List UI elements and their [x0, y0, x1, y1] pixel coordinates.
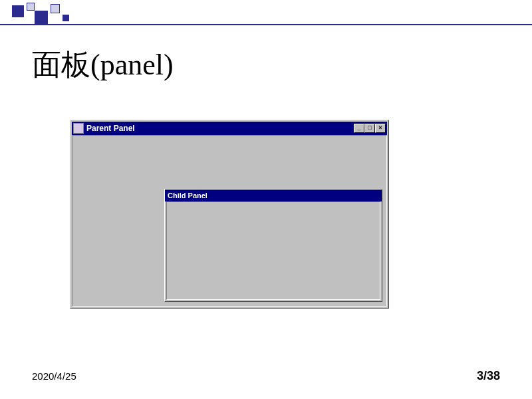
close-button[interactable]: ×	[375, 124, 386, 133]
parent-titlebar: Parent Panel _ □ ×	[72, 122, 387, 135]
decoration-square	[12, 5, 24, 17]
decoration-square	[63, 15, 69, 21]
child-titlebar: Child Panel	[165, 190, 382, 201]
slide-divider	[0, 24, 532, 25]
slide-decoration	[0, 0, 532, 27]
footer-page-number: 3/38	[477, 369, 500, 383]
decoration-square	[27, 3, 35, 11]
decoration-square	[51, 4, 60, 13]
child-client-area	[166, 201, 380, 300]
window-controls: _ □ ×	[354, 124, 386, 133]
slide-title: 面板(panel)	[32, 45, 174, 84]
decoration-square	[35, 11, 48, 24]
maximize-button[interactable]: □	[364, 124, 375, 133]
minimize-button[interactable]: _	[354, 124, 364, 133]
parent-window: Parent Panel _ □ × Child Panel	[72, 122, 387, 307]
parent-window-title: Parent Panel	[86, 124, 354, 133]
child-panel-title: Child Panel	[168, 192, 207, 200]
window-icon	[73, 123, 84, 134]
example-screenshot: Parent Panel _ □ × Child Panel	[70, 120, 389, 309]
parent-client-area: Child Panel	[72, 135, 387, 307]
child-panel: Child Panel	[164, 189, 382, 302]
footer-date: 2020/4/25	[32, 370, 76, 382]
